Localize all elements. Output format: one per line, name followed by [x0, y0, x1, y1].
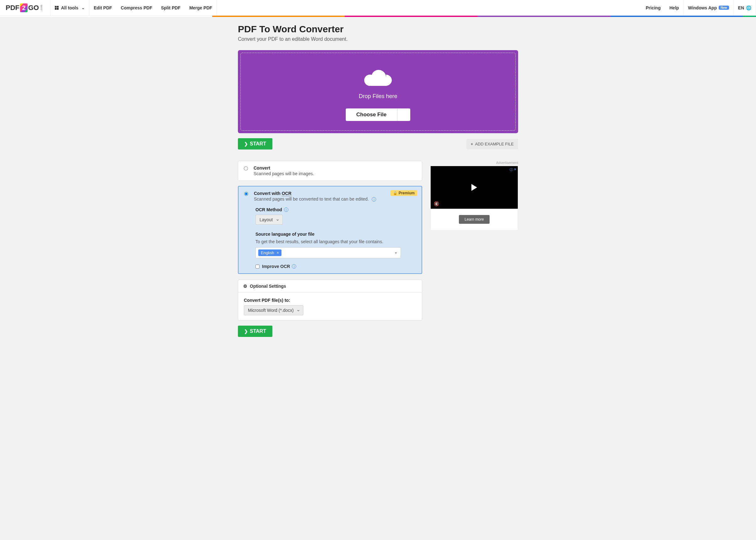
convert-to-label: Convert PDF file(s) to: [244, 298, 416, 303]
nav-split-pdf[interactable]: Split PDF [157, 0, 185, 15]
add-example-button[interactable]: + ADD EXAMPLE FILE [466, 139, 518, 149]
lang-tag: English × [258, 249, 282, 256]
ad-box[interactable]: ⓘ✕ 🔇 Learn more [430, 166, 518, 230]
chevron-down-icon: ⌄ [81, 6, 85, 10]
convert-title: Convert [254, 166, 416, 171]
improve-ocr-checkbox[interactable] [255, 265, 260, 269]
convert-radio[interactable] [244, 166, 248, 171]
cloud-upload-icon [364, 68, 392, 89]
dropzone[interactable]: Drop Files here Choose File ⌄ [238, 50, 518, 133]
chevron-right-icon: ❯ [244, 141, 248, 146]
grid-icon [55, 6, 59, 10]
convert-ocr-option[interactable]: Convert with OCR Scanned pages will be c… [244, 191, 416, 202]
convert-ocr-radio[interactable] [244, 192, 248, 196]
ad-corner-icons[interactable]: ⓘ✕ [510, 167, 517, 172]
info-icon[interactable]: i [372, 197, 376, 202]
optional-settings-header: ⚙ Optional Settings [238, 280, 422, 293]
chevron-right-icon: ❯ [244, 329, 248, 334]
info-icon[interactable]: i [292, 264, 296, 269]
source-lang-combo[interactable]: English × ▾ [255, 247, 401, 258]
choose-file-button[interactable]: Choose File [346, 108, 397, 121]
gear-icon: ⚙ [243, 284, 247, 289]
nav-pricing[interactable]: Pricing [641, 0, 665, 15]
convert-to-select[interactable]: Microsoft Word (*.docx) [244, 305, 304, 315]
start-button-top[interactable]: ❯ START [238, 138, 272, 150]
ad-cta-button[interactable]: Learn more [459, 215, 489, 224]
page-subtitle: Convert your PDF to an editable Word doc… [238, 36, 518, 42]
plus-icon: + [471, 142, 473, 146]
info-icon[interactable]: i [284, 207, 288, 212]
improve-ocr-label: Improve OCR [262, 264, 290, 269]
play-icon[interactable] [471, 184, 477, 191]
ad-label: Advertisement [430, 161, 518, 165]
nav-merge-pdf[interactable]: Merge PDF [185, 0, 216, 15]
lock-icon: 🔒 [393, 191, 397, 195]
header: PDF2GO.com All tools ⌄ Edit PDF Compress… [0, 0, 756, 16]
source-lang-label: Source language of your file [255, 232, 416, 237]
logo-pre: PDF [6, 4, 19, 12]
logo-post: GO [28, 4, 39, 12]
choose-file-caret[interactable]: ⌄ [397, 108, 410, 121]
nav-edit-pdf[interactable]: Edit PDF [89, 0, 116, 15]
convert-option[interactable]: Convert Scanned pages will be images. [238, 161, 422, 181]
drop-text: Drop Files here [241, 93, 515, 100]
mute-icon[interactable]: 🔇 [434, 201, 439, 206]
ad-video: ⓘ✕ 🔇 [431, 166, 518, 209]
all-tools-label: All tools [61, 5, 78, 10]
ocr-method-select[interactable]: Layout [255, 215, 283, 225]
convert-ocr-option-card: 🔒 Premium Convert with OCR Scanned pages… [238, 186, 422, 274]
nav-windows-app[interactable]: Windows App New [684, 0, 733, 15]
caret-down-icon: ▾ [395, 251, 398, 255]
logo[interactable]: PDF2GO.com [0, 0, 51, 15]
chevron-down-icon: ⌄ [402, 112, 406, 118]
gradient-bar [0, 16, 756, 17]
page-title: PDF To Word Converter [238, 24, 518, 35]
nav-compress-pdf[interactable]: Compress PDF [116, 0, 156, 15]
nav-help[interactable]: Help [665, 0, 683, 15]
premium-badge: 🔒 Premium [391, 190, 417, 196]
globe-icon: 🌐 [746, 5, 751, 10]
new-badge: New [719, 6, 729, 10]
convert-desc: Scanned pages will be images. [254, 171, 416, 176]
optional-settings-card: ⚙ Optional Settings Convert PDF file(s) … [238, 280, 422, 321]
start-button-bottom[interactable]: ❯ START [238, 326, 272, 337]
logo-mid: 2 [20, 3, 28, 12]
language-selector[interactable]: EN 🌐 [734, 0, 756, 15]
source-lang-desc: To get the best results, select all lang… [255, 239, 416, 244]
all-tools-menu[interactable]: All tools ⌄ [51, 0, 89, 15]
convert-option-card: Convert Scanned pages will be images. [238, 161, 422, 181]
logo-com: .com [40, 5, 43, 11]
ocr-method-label: OCR Method i [255, 207, 416, 212]
remove-lang-icon[interactable]: × [277, 251, 279, 255]
ocr-desc: Scanned pages will be converted to text … [254, 197, 416, 202]
